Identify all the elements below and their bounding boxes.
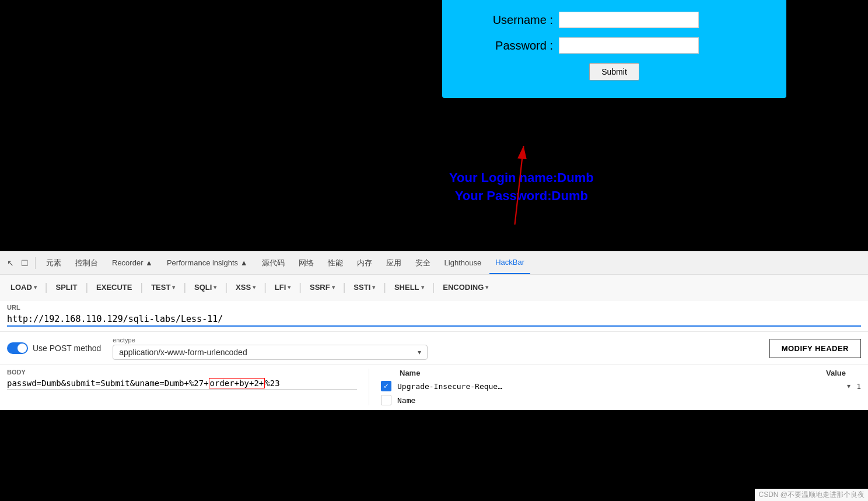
modify-header-button[interactable]: MODIFY HEADER bbox=[769, 339, 861, 358]
test-dropdown-arrow: ▾ bbox=[172, 284, 175, 290]
tab-memory[interactable]: 内存 bbox=[351, 251, 378, 274]
ssti-button[interactable]: SSTI ▾ bbox=[348, 280, 381, 295]
post-method-row: Use POST method enctype application/x-ww… bbox=[0, 331, 868, 365]
password-row: Password : bbox=[460, 37, 769, 54]
xss-dropdown-arrow: ▾ bbox=[253, 284, 256, 290]
tab-security[interactable]: 安全 bbox=[410, 251, 436, 274]
url-section: URL bbox=[0, 300, 868, 331]
body-text-after: %23 bbox=[265, 379, 279, 388]
name-col-header: Name bbox=[400, 369, 820, 377]
tab-performance[interactable]: 性能 bbox=[322, 251, 349, 274]
header-checkbox-2[interactable] bbox=[381, 395, 391, 405]
tab-sources[interactable]: 源代码 bbox=[256, 251, 290, 274]
password-input[interactable] bbox=[559, 37, 699, 54]
lfi-button[interactable]: LFI ▾ bbox=[269, 280, 297, 295]
sep9: | bbox=[383, 281, 386, 293]
use-post-toggle[interactable]: Use POST method bbox=[7, 342, 101, 354]
submit-button[interactable]: Submit bbox=[589, 63, 639, 80]
login-result: Your Login name:Dumb Your Password:Dumb bbox=[449, 169, 594, 205]
devtools-tabbar: ↖ ☐ 元素 控制台 Recorder ▲ Performance insigh… bbox=[0, 251, 868, 274]
submit-row: Submit bbox=[460, 63, 769, 80]
sep2: | bbox=[85, 281, 88, 293]
header-row-1: ✓ Upgrade-Insecure-Reque… ▾ 1 bbox=[381, 381, 861, 391]
body-text-highlight: order+by+2+ bbox=[209, 378, 265, 388]
ssrf-button[interactable]: SSRF ▾ bbox=[304, 280, 341, 295]
body-section: Body passwd=Dumb&submit=Submit&uname=Dum… bbox=[0, 365, 868, 410]
toggle-track[interactable] bbox=[7, 342, 28, 354]
browser-content: Username : Password : Submit Your Login … bbox=[0, 0, 868, 251]
tab-network[interactable]: 网络 bbox=[293, 251, 320, 274]
xss-button[interactable]: XSS ▾ bbox=[230, 280, 261, 295]
body-input-display[interactable]: passwd=Dumb&submit=Submit&uname=Dumb+%27… bbox=[7, 377, 357, 390]
test-button[interactable]: TEST ▾ bbox=[145, 280, 181, 295]
sep8: | bbox=[343, 281, 346, 293]
hackbar-toolbar: LOAD ▾ | SPLIT | EXECUTE | TEST ▾ | SQLI… bbox=[0, 274, 868, 300]
body-left: Body passwd=Dumb&submit=Submit&uname=Dum… bbox=[7, 369, 357, 405]
split-button[interactable]: SPLIT bbox=[50, 280, 83, 295]
sep4: | bbox=[183, 281, 186, 293]
header-name-1: Upgrade-Insecure-Reque… bbox=[397, 382, 841, 391]
shell-button[interactable]: SHELL ▾ bbox=[388, 280, 430, 295]
username-row: Username : bbox=[460, 12, 769, 28]
tab-lighthouse[interactable]: Lighthouse bbox=[439, 251, 488, 274]
ssti-dropdown-arrow: ▾ bbox=[372, 284, 375, 290]
sep1: | bbox=[45, 281, 48, 293]
tab-console[interactable]: 控制台 bbox=[69, 251, 104, 274]
header-name-2: Name bbox=[397, 396, 861, 405]
enctype-value: application/x-www-form-urlencoded bbox=[119, 348, 413, 357]
inspect-icon[interactable]: ☐ bbox=[19, 257, 30, 269]
toggle-thumb bbox=[18, 344, 27, 353]
lfi-dropdown-arrow: ▾ bbox=[288, 284, 290, 290]
sep6: | bbox=[264, 281, 267, 293]
execute-button[interactable]: EXECUTE bbox=[90, 280, 138, 295]
enctype-group: enctype application/x-www-form-urlencode… bbox=[113, 337, 428, 360]
password-label: Password : bbox=[460, 39, 553, 52]
tab-application[interactable]: 应用 bbox=[380, 251, 407, 274]
header-value-1: 1 bbox=[856, 382, 861, 391]
body-label: Body bbox=[7, 369, 357, 376]
tab-performance-insights[interactable]: Performance insights ▲ bbox=[161, 251, 254, 274]
url-input[interactable] bbox=[7, 313, 861, 327]
url-label: URL bbox=[7, 304, 861, 311]
value-col-header: Value bbox=[826, 369, 861, 377]
encoding-dropdown-arrow: ▾ bbox=[485, 284, 488, 290]
enctype-select[interactable]: application/x-www-form-urlencoded ▾ bbox=[113, 345, 428, 360]
tab-recorder[interactable]: Recorder ▲ bbox=[106, 251, 159, 274]
enctype-dropdown-arrow: ▾ bbox=[418, 348, 421, 356]
sep3: | bbox=[140, 281, 143, 293]
tab-hackbar[interactable]: HackBar bbox=[489, 251, 530, 274]
toggle-label: Use POST method bbox=[33, 344, 101, 353]
shell-dropdown-arrow: ▾ bbox=[421, 284, 424, 290]
header-row-2: Name bbox=[381, 395, 861, 405]
header-table-header: Name Value bbox=[381, 369, 861, 377]
sqli-button[interactable]: SQLI ▾ bbox=[188, 280, 222, 295]
cursor-icon[interactable]: ↖ bbox=[5, 257, 16, 269]
username-input[interactable] bbox=[559, 12, 699, 28]
enctype-label: enctype bbox=[113, 337, 428, 344]
load-button[interactable]: LOAD ▾ bbox=[5, 280, 43, 295]
load-dropdown-arrow: ▾ bbox=[34, 284, 37, 290]
encoding-button[interactable]: ENCODING ▾ bbox=[437, 280, 494, 295]
tab-elements[interactable]: 元素 bbox=[40, 251, 67, 274]
header-dropdown-1[interactable]: ▾ bbox=[847, 382, 850, 390]
sep10: | bbox=[432, 281, 435, 293]
check-col-header bbox=[381, 369, 394, 377]
sep5: | bbox=[225, 281, 228, 293]
login-result-line1: Your Login name:Dumb bbox=[449, 169, 594, 187]
ssrf-dropdown-arrow: ▾ bbox=[332, 284, 335, 290]
username-label: Username : bbox=[460, 13, 553, 27]
header-checkbox-1[interactable]: ✓ bbox=[381, 381, 391, 391]
sqli-dropdown-arrow: ▾ bbox=[214, 284, 216, 290]
body-text-before: passwd=Dumb&submit=Submit&uname=Dumb+%27… bbox=[7, 379, 209, 388]
sep7: | bbox=[299, 281, 302, 293]
login-panel: Username : Password : Submit bbox=[442, 0, 786, 98]
divider bbox=[35, 257, 36, 269]
login-result-line2: Your Password:Dumb bbox=[449, 187, 594, 205]
body-right: Name Value ✓ Upgrade-Insecure-Reque… ▾ 1… bbox=[369, 369, 861, 405]
